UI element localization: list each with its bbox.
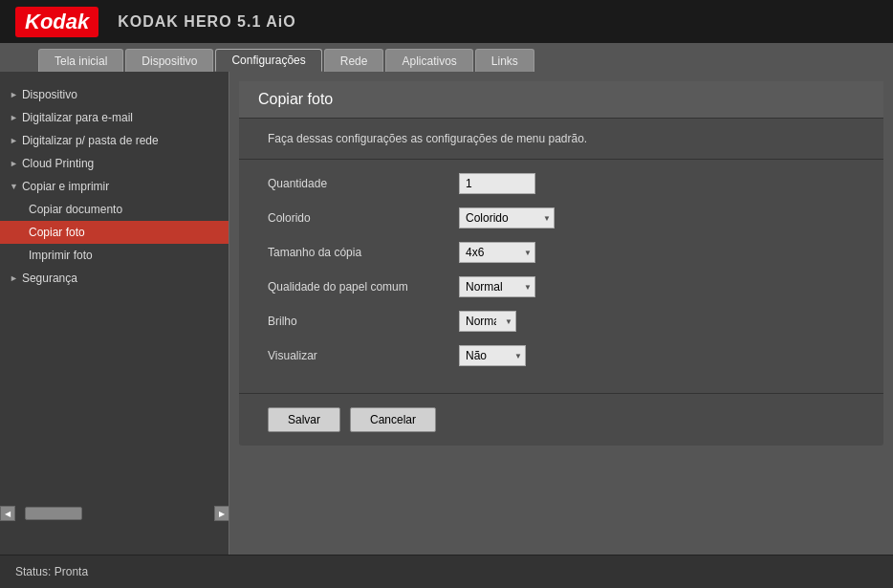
sidebar-item-dispositivo[interactable]: ► Dispositivo — [0, 83, 229, 106]
button-bar: Salvar Cancelar — [239, 393, 883, 446]
label-visualizar: Visualizar — [268, 349, 459, 362]
label-qualidade: Qualidade do papel comum — [268, 280, 459, 294]
form-area: Quantidade Colorido Colorido Preto e bra… — [239, 160, 883, 393]
select-wrapper-visualizar: Não Sim — [459, 345, 526, 366]
sidebar-item-imprimir-foto[interactable]: Imprimir foto — [0, 244, 229, 267]
header: Kodak KODAK HERO 5.1 AiO — [0, 0, 893, 43]
sidebar: ► Dispositivo ► Digitalizar para e-mail … — [0, 72, 229, 555]
arrow-icon: ► — [10, 90, 18, 99]
sidebar-scrollbar: ◀ ▶ — [0, 506, 229, 521]
arrow-down-icon: ▼ — [10, 182, 18, 191]
scroll-right-button[interactable]: ▶ — [214, 506, 229, 521]
scroll-thumb[interactable] — [25, 507, 82, 520]
sidebar-item-digitalizar-email[interactable]: ► Digitalizar para e-mail — [0, 106, 229, 129]
label-tamanho: Tamanho da cópia — [268, 246, 459, 259]
arrow-icon: ► — [10, 159, 18, 168]
page-title-bar: Copiar foto — [239, 81, 883, 119]
select-qualidade[interactable]: Normal Alta Rascunho — [459, 276, 535, 297]
save-button[interactable]: Salvar — [268, 407, 340, 432]
sidebar-item-cloud-printing[interactable]: ► Cloud Printing — [0, 152, 229, 175]
arrow-icon: ► — [10, 273, 18, 283]
sidebar-item-copiar-imprimir[interactable]: ▼ Copiar e imprimir — [0, 175, 229, 198]
field-row-colorido: Colorido Colorido Preto e branco — [268, 207, 855, 229]
label-quantidade: Quantidade — [268, 177, 459, 190]
label-colorido: Colorido — [268, 211, 459, 225]
tab-aplicativos[interactable]: Aplicativos — [385, 49, 472, 72]
field-row-tamanho: Tamanho da cópia 4x6 5x7 8x10 — [268, 242, 855, 263]
arrow-icon: ► — [10, 113, 18, 122]
field-row-visualizar: Visualizar Não Sim — [268, 345, 855, 366]
nav-tabs: Tela inicial Dispositivo Configurações R… — [0, 43, 893, 72]
select-wrapper-colorido: Colorido Preto e branco — [459, 207, 555, 229]
label-brilho: Brilho — [268, 315, 459, 328]
select-brilho[interactable]: Normal Claro Escuro — [459, 311, 516, 332]
content-inner: Copiar foto Faça dessas configurações as… — [239, 81, 883, 446]
page-title: Copiar foto — [258, 91, 333, 107]
select-tamanho[interactable]: 4x6 5x7 8x10 — [459, 242, 535, 263]
field-row-qualidade: Qualidade do papel comum Normal Alta Ras… — [268, 276, 855, 297]
field-row-brilho: Brilho Normal Claro Escuro — [268, 311, 855, 332]
sidebar-item-seguranca[interactable]: ► Segurança — [0, 267, 229, 290]
form-description: Faça dessas configurações as configuraçõ… — [239, 119, 883, 160]
select-wrapper-qualidade: Normal Alta Rascunho — [459, 276, 535, 297]
app-title: KODAK HERO 5.1 AiO — [118, 13, 295, 31]
select-colorido[interactable]: Colorido Preto e branco — [459, 207, 555, 229]
content: Copiar foto Faça dessas configurações as… — [229, 72, 893, 555]
arrow-icon: ► — [10, 136, 18, 145]
select-visualizar[interactable]: Não Sim — [459, 345, 526, 366]
status-value: Pronta — [54, 565, 88, 578]
field-row-quantidade: Quantidade — [268, 173, 855, 194]
cancel-button[interactable]: Cancelar — [350, 407, 436, 432]
scroll-track[interactable] — [15, 506, 214, 521]
tab-dispositivo[interactable]: Dispositivo — [125, 49, 213, 72]
select-wrapper-tamanho: 4x6 5x7 8x10 — [459, 242, 535, 263]
tab-rede[interactable]: Rede — [324, 49, 384, 72]
statusbar: Status: Pronta — [0, 555, 893, 588]
sidebar-item-digitalizar-pasta[interactable]: ► Digitalizar p/ pasta de rede — [0, 129, 229, 152]
status-label: Status: — [15, 565, 51, 578]
tab-links[interactable]: Links — [475, 49, 534, 72]
kodak-logo: Kodak — [15, 7, 98, 37]
tab-tela-inicial[interactable]: Tela inicial — [38, 49, 123, 72]
select-wrapper-brilho: Normal Claro Escuro — [459, 311, 516, 332]
sidebar-item-copiar-documento[interactable]: Copiar documento — [0, 198, 229, 221]
scroll-left-button[interactable]: ◀ — [0, 506, 15, 521]
sidebar-item-copiar-foto[interactable]: Copiar foto — [0, 221, 229, 244]
main-area: ► Dispositivo ► Digitalizar para e-mail … — [0, 72, 893, 555]
tab-configuracoes[interactable]: Configurações — [215, 49, 321, 72]
input-quantidade[interactable] — [459, 173, 535, 194]
